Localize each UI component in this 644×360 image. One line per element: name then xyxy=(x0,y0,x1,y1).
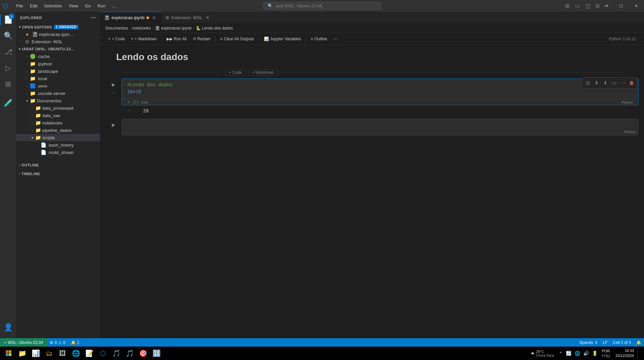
status-encoding[interactable]: LF xyxy=(600,338,610,347)
cell-split-icon[interactable]: ⊟ xyxy=(584,79,592,87)
toolbar-run-all[interactable]: ▶▶ Run All xyxy=(164,36,189,42)
explorer-more-icon[interactable]: ⋯ xyxy=(90,14,96,21)
taskbar-file-manager-2[interactable]: 🗂 xyxy=(43,347,55,359)
sidebar-item-cache[interactable]: › 🟢 .cache xyxy=(16,53,100,60)
tab-notebook[interactable]: 📓 exploracao.ipynb ✕ xyxy=(100,12,162,23)
sidebar-item-pipeline-dados[interactable]: › 📁 pipeline_dados xyxy=(16,126,100,134)
taskbar-network-1[interactable]: 🔄 xyxy=(565,347,573,359)
status-errors-item[interactable]: ⊗ 0 ⚠ 0 xyxy=(47,338,68,347)
taskbar-app-1[interactable]: 📊 xyxy=(30,347,42,359)
taskbar-chrome[interactable]: 🌐 xyxy=(70,347,82,359)
toolbar-add-markdown[interactable]: + + Markdown xyxy=(128,36,159,42)
taskbar-battery[interactable]: 🔋 xyxy=(591,347,599,359)
menu-run[interactable]: Run xyxy=(95,3,108,9)
activity-extensions[interactable]: ⊞ xyxy=(0,76,16,92)
activity-run-debug[interactable]: ▷ xyxy=(0,60,16,76)
status-cell-position[interactable]: Cell 2 of 3 xyxy=(610,338,634,347)
add-markdown-button-top[interactable]: + Markdown xyxy=(248,69,278,76)
taskbar-app-4[interactable]: 🎯 xyxy=(137,347,149,359)
tab-wsl-extension[interactable]: ⊞ Extension: WSL ✕ xyxy=(162,12,215,23)
cell-1-expand-btn[interactable]: ▾ xyxy=(110,89,117,96)
cell-1-code[interactable]: #Lendo dos dados 10+10 xyxy=(122,79,638,99)
add-code-button-top[interactable]: + Code xyxy=(225,69,245,76)
cell-2-run-button[interactable]: ▶ xyxy=(110,121,117,128)
menu-edit[interactable]: Edit xyxy=(27,3,40,9)
taskbar-music[interactable]: 🎵 xyxy=(124,347,136,359)
taskbar-file-manager[interactable]: 📁 xyxy=(16,347,28,359)
status-spaces[interactable]: Spaces: 4 xyxy=(577,338,600,347)
layout-icon-1[interactable]: ⊞ xyxy=(564,1,571,10)
taskbar-language[interactable]: POR PTB2 xyxy=(600,349,612,358)
close-button[interactable]: ✕ xyxy=(629,0,644,12)
toolbar-outline[interactable]: ≡ Outline xyxy=(308,36,330,42)
activity-explorer[interactable]: 📄 1 xyxy=(0,12,16,28)
activity-jupyter[interactable]: 🧪 xyxy=(0,95,16,111)
cell-1-run-button[interactable]: ▶ xyxy=(110,81,117,88)
activity-search[interactable]: 🔍 xyxy=(0,28,16,44)
toolbar-restart[interactable]: ↺ Restart xyxy=(190,36,213,42)
menu-file[interactable]: File xyxy=(13,3,26,9)
open-editors-header[interactable]: ▾ OPEN EDITORS 1 unsaved xyxy=(16,23,100,31)
taskbar-app-3[interactable]: 🎵 xyxy=(110,347,122,359)
taskbar-network-2[interactable]: 🌐 xyxy=(573,347,582,359)
open-file-notebook[interactable]: ● 📓 exploracao.ipyn... xyxy=(16,31,100,38)
activity-source-control[interactable]: ⎇ xyxy=(0,44,16,60)
sidebar-item-motd-shown[interactable]: 📄 .motd_shown xyxy=(16,149,100,156)
taskbar-show-desktop[interactable] xyxy=(637,347,641,359)
cell-delete-icon[interactable]: 🗑 xyxy=(628,79,636,87)
layout-icon-3[interactable]: ◫ xyxy=(584,1,592,10)
toolbar-more[interactable]: ⋯ xyxy=(330,36,340,42)
toolbar-jupyter-vars[interactable]: 📊 Jupyter Variables xyxy=(261,36,304,42)
breadcrumb-notebooks[interactable]: notebooks xyxy=(132,26,150,31)
taskbar-calculator[interactable]: 🔢 xyxy=(150,347,163,359)
taskbar-text-editor[interactable]: 📝 xyxy=(83,347,95,359)
menu-go[interactable]: Go xyxy=(82,3,93,9)
menu-more[interactable]: ... xyxy=(109,3,119,9)
sidebar-item-documentos[interactable]: ▾ 📁 Documentos xyxy=(16,97,100,104)
cell-run-below-icon[interactable]: ⬇ xyxy=(601,79,609,87)
cell-2-code[interactable] xyxy=(122,122,622,135)
taskbar-app-2[interactable]: 🖼 xyxy=(56,347,68,359)
taskbar-vscode[interactable]: ⬡ xyxy=(97,347,109,359)
menu-selection[interactable]: Selection xyxy=(41,3,64,9)
cell-run-above-icon[interactable]: ⬆ xyxy=(593,79,601,87)
status-notifications[interactable]: 🔔 1 xyxy=(68,338,82,347)
timeline-section-header[interactable]: › TIMELINE xyxy=(16,170,100,177)
workspace-header[interactable]: ▾ IARAF [WSL: UBUNTU-22... xyxy=(16,45,100,53)
tab-close-notebook[interactable]: ✕ xyxy=(151,15,157,21)
taskbar-clock[interactable]: 16:33 23/12/2024 xyxy=(613,348,637,359)
sidebar-item-landscape[interactable]: › 📁 .landscape xyxy=(16,67,100,75)
sidebar-item-ipython[interactable]: › 📁 .ipython xyxy=(16,60,100,67)
cell-2-body[interactable]: Python xyxy=(122,119,639,136)
breadcrumb-documentos[interactable]: Documentos xyxy=(105,26,128,31)
open-file-wsl[interactable]: ⊞ Extension: WSL xyxy=(16,38,100,45)
sidebar-item-vscode-server[interactable]: › 📁 .vscode-server xyxy=(16,90,100,97)
output-more-icon[interactable]: ⋯ xyxy=(128,108,132,113)
weather-widget[interactable]: 🌧 29°C Chuva fraca xyxy=(528,350,557,357)
sidebar-item-bash-history[interactable]: 📄 .bash_history xyxy=(16,141,100,149)
taskbar-chevron[interactable]: ^ xyxy=(557,347,564,359)
status-bell[interactable]: 🔔 xyxy=(634,338,644,347)
breadcrumb-notebook-file[interactable]: 📓 exploracao.ipynb xyxy=(155,26,192,31)
sidebar-item-local[interactable]: › 📁 .local xyxy=(16,75,100,82)
minimize-button[interactable]: ─ xyxy=(598,0,613,12)
activity-account[interactable]: 👤 xyxy=(0,319,16,336)
start-button[interactable] xyxy=(3,347,15,359)
sidebar-item-scripts[interactable]: ▾ 📁 scripts xyxy=(16,134,100,141)
cell-collapse-icon[interactable]: ▭ xyxy=(610,79,618,87)
tab-close-wsl[interactable]: ✕ xyxy=(204,14,211,20)
layout-icon-2[interactable]: ▭ xyxy=(573,1,581,10)
status-wsl-item[interactable]: ⌁ WSL: Ubuntu-22.04 xyxy=(0,338,47,347)
sidebar-item-data-raw[interactable]: › 📁 data_raw xyxy=(16,112,100,119)
sidebar-item-venv[interactable]: › 🟦 .venv xyxy=(16,82,100,90)
sidebar-item-data-processed[interactable]: › 📁 data_processed xyxy=(16,104,100,112)
toolbar-clear-outputs[interactable]: ≡ Clear All Outputs xyxy=(217,36,257,42)
maximize-button[interactable]: ☐ xyxy=(613,0,629,12)
cell-more-icon[interactable]: ⋯ xyxy=(619,79,627,87)
search-box[interactable]: 🔍 iaraf [WSL: Ubuntu-22.04] xyxy=(263,2,381,10)
taskbar-volume[interactable]: 🔊 xyxy=(582,347,590,359)
outline-section-header[interactable]: › OUTLINE xyxy=(16,161,100,169)
toolbar-add-code[interactable]: + + Code xyxy=(105,36,128,42)
breadcrumb-section[interactable]: 🐍 Lendo dos dados xyxy=(196,26,233,31)
menu-view[interactable]: View xyxy=(66,3,81,9)
